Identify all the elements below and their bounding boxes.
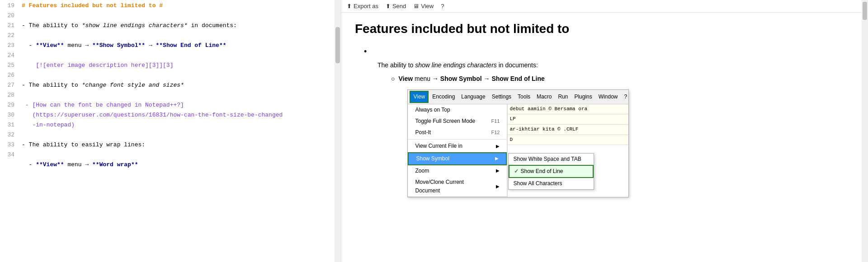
npp-submenu: Show White Space and TAB ✓ Show End of L…: [508, 153, 594, 190]
npp-item-toggle-fullscreen[interactable]: Toggle Full Screen Mode F11: [408, 116, 507, 127]
code-line-23: - **View** menu → **Show Symbol** → **Sh…: [19, 41, 335, 51]
code-line-20: [19, 11, 335, 21]
send-icon: ⬆: [386, 3, 391, 9]
line-num-26: 26: [0, 70, 14, 80]
code-line-29: - [How can the font be changed in Notepa…: [19, 100, 335, 110]
line-num-22: 22: [0, 31, 14, 41]
npp-menu-encoding[interactable]: Encoding: [429, 92, 458, 102]
npp-doc-line-4: D: [508, 135, 628, 145]
preview-title: Features included but not limited to: [355, 22, 854, 36]
npp-menu-run[interactable]: Run: [555, 92, 571, 102]
npp-item-postit[interactable]: Post-It F12: [408, 127, 507, 138]
line-21-prefix: - The ability to: [22, 22, 82, 29]
line-27-prefix: - The ability to: [22, 82, 82, 89]
npp-menu-window[interactable]: Window: [596, 92, 621, 102]
npp-menu-plugins[interactable]: Plugins: [571, 92, 594, 102]
code-line-19: # Features included but not limited to #: [19, 1, 335, 11]
ability-show-italic: show line endings characters: [415, 61, 497, 69]
line-25-text: [![enter image description here][3]][3]: [22, 62, 173, 69]
view-button[interactable]: 🖥 View: [413, 3, 434, 9]
submenu-arrow-3: ▶: [496, 167, 500, 174]
ability-show-text: The ability to show line endings charact…: [377, 60, 854, 70]
code-line-25: [![enter image description here][3]][3]: [19, 61, 335, 70]
view-bold: View: [398, 75, 413, 82]
show-eol-bold: Show End of Line: [491, 75, 544, 82]
code-line-24: [19, 51, 335, 61]
line-num-23: 23: [0, 41, 14, 51]
npp-left-dropdown: Always on Top Toggle Full Screen Mode F1…: [408, 104, 507, 197]
line-23-arrow2: →: [145, 42, 156, 49]
line-num-24: 24: [0, 51, 14, 61]
line-23-show-symbol: **Show Symbol**: [92, 42, 145, 49]
submenu-show-whitespace[interactable]: Show White Space and TAB: [509, 154, 594, 165]
code-line-34: [19, 170, 335, 180]
code-line-29b: (https://superuser.com/questions/16831/h…: [19, 110, 335, 120]
line-num-28: 28: [0, 90, 14, 100]
export-as-label: Export as: [354, 3, 378, 9]
npp-item-move-clone[interactable]: Move/Clone Current Document ▶: [408, 177, 507, 196]
code-line-29c: -in-notepad): [19, 120, 335, 130]
submenu-show-all[interactable]: Show All Characters: [509, 178, 594, 189]
editor-scrollbar-thumb[interactable]: [335, 27, 340, 63]
npp-dropdown-area: Always on Top Toggle Full Screen Mode F1…: [408, 104, 628, 197]
help-button[interactable]: ?: [441, 3, 444, 9]
npp-sep-1: [408, 139, 507, 140]
line-numbers: 19 20 21 22 23 24 25 26 27 28 29 30 31 3…: [0, 0, 19, 262]
npp-menu-view[interactable]: View: [410, 91, 429, 103]
preview-body: • The ability to show line endings chara…: [355, 45, 854, 197]
line-num-30: 30: [0, 110, 14, 120]
line-23-prefix: -: [22, 42, 36, 49]
line-21-suffix: in documents:: [188, 22, 237, 29]
export-icon: ⬆: [347, 3, 352, 9]
view-path-text: View menu → Show Symbol → Show End of Li…: [398, 74, 629, 84]
code-line-22: [19, 31, 335, 41]
line-29c-text: -in-notepad): [22, 122, 75, 128]
editor-scrollbar[interactable]: [335, 0, 341, 262]
line-num-34: 34: [0, 150, 14, 160]
submenu-show-eol[interactable]: ✓ Show End of Line: [509, 165, 594, 178]
code-line-26: [19, 70, 335, 80]
show-symbol-bold: Show Symbol: [440, 75, 482, 82]
npp-item-view-current[interactable]: View Current File in ▶: [408, 140, 507, 152]
npp-doc-line-3: ar-ikhtiar kita © .CRLF: [508, 125, 628, 135]
line-num-33: 33: [0, 140, 14, 150]
line-num-29: 29: [0, 100, 14, 110]
bullet-dot: •: [364, 47, 367, 56]
sub-bullet-content: View menu → Show Symbol → Show End of Li…: [398, 74, 629, 197]
sub-bullet: ○ View menu → Show Symbol → Show End of …: [391, 74, 854, 197]
npp-doc-line-2: LP: [508, 114, 628, 125]
editor-panel: 19 20 21 22 23 24 25 26 27 28 29 30 31 3…: [0, 0, 341, 262]
submenu-arrow-4: ▶: [496, 183, 500, 190]
npp-item-zoom[interactable]: Zoom ▶: [408, 165, 507, 177]
line-21-italic: *show line endings characters*: [82, 22, 188, 29]
npp-menu-settings[interactable]: Settings: [489, 92, 514, 102]
export-as-button[interactable]: ⬆ Export as: [347, 3, 378, 9]
line-33-arrow: menu →: [64, 161, 92, 168]
npp-menu-tools[interactable]: Tools: [515, 92, 533, 102]
npp-item-show-symbol[interactable]: Show Symbol ▶ Show White Space and TAB: [408, 152, 507, 165]
code-line-30: [19, 130, 335, 140]
line-num-21: 21: [0, 21, 14, 31]
npp-item-always-on-top[interactable]: Always on Top: [408, 104, 507, 116]
send-button[interactable]: ⬆ Send: [386, 3, 406, 9]
preview-scrollbar[interactable]: [862, 0, 868, 262]
line-33-prefix: -: [22, 161, 36, 168]
line-num-31: 31: [0, 120, 14, 130]
circle-icon: ○: [391, 74, 395, 84]
line-27-italic: *change font style and sizes*: [82, 82, 184, 89]
npp-menu-macro[interactable]: Macro: [534, 92, 554, 102]
npp-menu-language[interactable]: Language: [458, 92, 488, 102]
submenu-arrow-1: ▶: [496, 143, 500, 150]
preview-content: Features included but not limited to • T…: [341, 13, 868, 262]
preview-scrollbar-thumb[interactable]: [863, 2, 867, 20]
submenu-arrow-2: ▶: [495, 155, 499, 162]
help-label: ?: [441, 3, 444, 9]
code-area[interactable]: # Features included but not limited to #…: [19, 0, 335, 262]
line-23-view: **View**: [36, 42, 64, 49]
npp-menu-help[interactable]: ?: [621, 92, 630, 102]
view-icon: 🖥: [413, 3, 419, 9]
preview-panel: ⬆ Export as ⬆ Send 🖥 View ? Features inc…: [341, 0, 868, 262]
line-num-20: 20: [0, 11, 14, 21]
code-line-27: - The ability to *change font style and …: [19, 80, 335, 90]
line-num-27: 27: [0, 80, 14, 90]
